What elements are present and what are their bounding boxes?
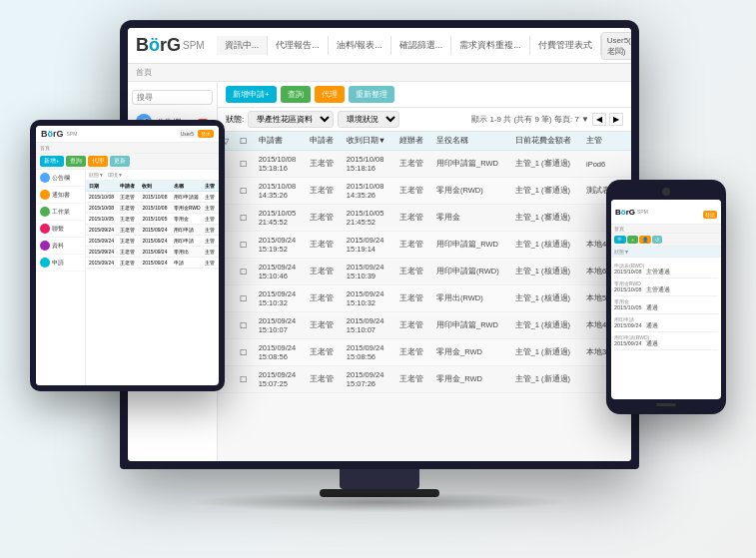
col-header-application[interactable]: 申請書 [254, 132, 305, 151]
col-header-date[interactable]: 收到日期▼ [342, 132, 394, 151]
pagination: 顯示 1-9 共 (共有 9 筆) 每頁: 7 ▼ ◀ ▶ [471, 113, 623, 126]
col-header-amount[interactable]: 日前花費金額者 [510, 132, 581, 151]
cell-applicant: 王老管 [305, 151, 342, 178]
phone-item-date: 2015/10/08 主管通過 [614, 269, 718, 276]
cell-app-date: 2015/09/2415:07:25 [254, 366, 305, 393]
tablet-add-btn[interactable]: 新增+ [40, 156, 64, 167]
tablet-refresh-btn[interactable]: 更新 [110, 156, 130, 167]
sidebar-search-input[interactable] [132, 90, 213, 105]
nav-tab-6[interactable]: 付費管理表式 [530, 36, 601, 55]
prev-page-button[interactable]: ◀ [592, 113, 606, 126]
cell-checkbox[interactable]: ☐ [235, 339, 253, 366]
data-table-container: ▽ ☐ 申請書 申請者 收到日期▼ 經辦者 呈役名稱 日前花費金額者 主管 [218, 132, 631, 461]
nav-tab-3[interactable]: 油料/報表... [329, 36, 391, 55]
content-toolbar: 新增申請+ 查詢 代理 重新整理 [218, 82, 631, 108]
cell-checkbox[interactable]: ☐ [235, 205, 253, 232]
nav-tab-1[interactable]: 資訊中... [217, 36, 269, 55]
cell-applicant: 王老管 [305, 285, 342, 312]
tablet-sidebar: 公告欄 通知書 工作業 聯繫 資料 [36, 170, 86, 385]
phone-item-date: 2015/10/05 通過 [614, 304, 718, 311]
cell-amount: 主管_1 (審通過) [510, 151, 581, 178]
cell-receive-date: 2015/10/0814:35:26 [342, 178, 394, 205]
tablet-col-date: 日期 [86, 181, 117, 192]
phone-list-item: 零用金 2015/10/05 通過 [614, 296, 718, 314]
breadcrumb: 首頁 [128, 64, 631, 82]
phone-list-item: 零用金RWD 2015/10/08 主管通過 [614, 279, 718, 296]
cell-checkbox[interactable]: ☐ [235, 151, 253, 178]
phone-logout-btn[interactable]: 登出 [703, 211, 717, 219]
cell-checkbox[interactable]: ☐ [235, 259, 253, 285]
cell-receive-date: 2015/09/2415:19:14 [342, 232, 394, 259]
next-page-button[interactable]: ▶ [609, 113, 623, 126]
add-application-button[interactable]: 新增申請+ [226, 86, 277, 103]
tablet-logout-btn[interactable]: 登出 [198, 130, 214, 138]
col-header-name[interactable]: 呈役名稱 [431, 132, 510, 151]
tablet-sidebar-item[interactable]: 聯繫 [36, 221, 85, 238]
cell-amount: 主管_1 (新通過) [510, 339, 581, 366]
logo-spm: SPM [183, 40, 205, 51]
top-right: User5(王老闆) 前幕管理員式 [601, 28, 631, 82]
cell-app-date: 2015/09/2415:10:32 [254, 285, 305, 312]
tablet-table-row: 2015/09/24王老管2015/09/24用印申請主管 [86, 236, 219, 247]
cell-amount: 主管_1 (核通過) [510, 312, 581, 339]
top-bar: BörG SPM 資訊中... 代理報告... 油料/報表... 確認篩選...… [128, 28, 631, 64]
tablet-delegate-btn[interactable]: 代理 [88, 156, 108, 167]
nav-tab-5[interactable]: 需求資料重複... [451, 36, 530, 55]
phone-add-icon-btn[interactable]: ＋ [627, 236, 638, 244]
cell-applicant: 王老管 [305, 312, 342, 339]
cell-checkbox[interactable]: ☐ [235, 178, 253, 205]
tablet-breadcrumb: 首頁 [36, 143, 219, 154]
nav-tab-4[interactable]: 確認篩選... [391, 36, 452, 55]
tablet-sidebar-item[interactable]: 申請 [36, 255, 85, 272]
col-header-checkbox: ☐ [235, 132, 253, 151]
nav-tab-2[interactable]: 代理報告... [268, 36, 329, 55]
col-header-handler[interactable]: 經辦者 [394, 132, 431, 151]
col-header-manager[interactable]: 主管 [581, 132, 631, 151]
tablet-toolbar: 新增+ 查詢 代理 更新 [36, 154, 219, 170]
monitor-stand [340, 469, 419, 489]
phone-home-button[interactable] [656, 403, 676, 406]
tablet-sidebar-item[interactable]: 工作業 [36, 204, 85, 221]
cell-app-date: 2015/10/0521:45:52 [254, 205, 305, 232]
cell-app-date: 2015/09/2415:10:46 [254, 259, 305, 285]
main-content: 新增申請+ 查詢 代理 重新整理 狀態: 學產性花區資料 環境狀況 [218, 82, 631, 461]
cell-receive-date: 2015/10/0521:45:52 [342, 205, 394, 232]
phone-user-area: 登出 [703, 203, 717, 221]
table-row: ☐ 2015/09/2415:10:46 王老管 2015/09/2415:10… [218, 259, 631, 285]
tablet-screen: BörG SPM User5 登出 首頁 新增+ 查詢 代理 更新 [36, 126, 219, 385]
cell-handler: 王老管 [394, 232, 431, 259]
phone-filter-row: 狀態▼ [611, 247, 721, 258]
phone-topbar: BörG SPM 登出 [611, 200, 721, 225]
phone-item-date: 2015/09/24 通過 [614, 322, 718, 329]
search-button[interactable]: 查詢 [281, 86, 311, 103]
refresh-button[interactable]: 重新整理 [349, 86, 394, 103]
tablet-sidebar-item[interactable]: 資料 [36, 238, 85, 255]
cell-app-name: 零用金(RWD) [431, 178, 510, 205]
status-filter-2[interactable]: 環境狀況 [338, 111, 399, 128]
tablet-search-btn[interactable]: 查詢 [66, 156, 86, 167]
tablet-sidebar-item[interactable]: 通知書 [36, 187, 85, 204]
phone-list-item: 用印申請(RWD) 2015/09/24 通過 [614, 332, 718, 350]
col-header-applicant[interactable]: 申請者 [305, 132, 342, 151]
cell-amount: 主管_1 (新通過) [510, 366, 581, 393]
tablet-col-person: 申請者 [117, 181, 139, 192]
phone-refresh-icon-btn[interactable]: ↺ [652, 236, 662, 244]
cell-handler: 王老管 [394, 205, 431, 232]
tablet-top-actions: User5 登出 [179, 130, 214, 138]
cell-amount: 主管_1 (審通過) [510, 205, 581, 232]
cell-checkbox[interactable]: ☐ [235, 285, 253, 312]
delegate-button[interactable]: 代理 [315, 86, 345, 103]
cell-checkbox[interactable]: ☐ [235, 366, 253, 393]
status-filter-1[interactable]: 學產性花區資料 [248, 111, 334, 128]
cell-checkbox[interactable]: ☐ [235, 312, 253, 339]
tablet-table-row: 2015/10/08王老管2015/10/08用印申請篇主管 [86, 192, 219, 203]
tablet-table-row: 2015/10/05王老管2015/10/05零用金主管 [86, 214, 219, 225]
phone-delegate-icon-btn[interactable]: 👤 [639, 236, 651, 244]
cell-handler: 王老管 [394, 366, 431, 393]
cell-applicant: 王老管 [305, 232, 342, 259]
cell-receive-date: 2015/10/0815:18:16 [342, 151, 394, 178]
cell-checkbox[interactable]: ☐ [235, 232, 253, 259]
phone-search-icon-btn[interactable]: 🔍 [614, 236, 626, 244]
tablet-sidebar-item[interactable]: 公告欄 [36, 170, 85, 187]
tablet-icon [40, 224, 50, 234]
